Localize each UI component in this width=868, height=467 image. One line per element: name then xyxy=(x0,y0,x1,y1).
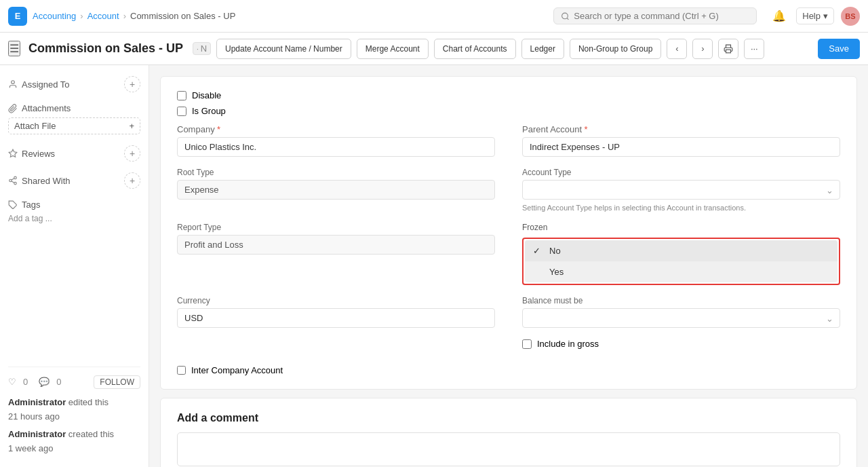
attach-file-button[interactable]: Attach File + xyxy=(8,117,140,134)
topbar: E Accounting › Account › Commission on S… xyxy=(0,0,868,33)
parent-account-field: Parent Account * xyxy=(522,124,840,157)
share-icon xyxy=(8,176,18,185)
frozen-option-no[interactable]: ✓ No xyxy=(525,240,837,261)
status-badge: · N xyxy=(193,42,211,55)
svg-point-6 xyxy=(9,179,12,182)
svg-rect-2 xyxy=(726,50,731,53)
add-tag-link[interactable]: Add a tag ... xyxy=(8,214,140,223)
assigned-to-section: Assigned To + xyxy=(8,76,140,92)
comments-count: 0 xyxy=(56,377,61,387)
company-field: Company * xyxy=(177,124,495,157)
reviews-label: Reviews xyxy=(22,149,55,159)
paperclip-icon xyxy=(8,104,18,113)
account-type-hint: Setting Account Type helps in selecting … xyxy=(522,204,840,212)
svg-marker-4 xyxy=(9,149,17,157)
balance-must-be-field: Balance must be xyxy=(522,296,840,328)
frozen-dropdown: ✓ No Yes xyxy=(525,240,837,282)
reviews-section: Reviews + xyxy=(8,145,140,162)
actionbar: ☰ Commission on Sales - UP · N Update Ac… xyxy=(0,33,868,65)
help-button[interactable]: Help ▾ xyxy=(796,7,834,24)
assigned-to-label: Assigned To xyxy=(22,79,70,90)
attachments-label: Attachments xyxy=(22,103,71,113)
include-in-gross-label: Include in gross xyxy=(537,339,599,349)
tags-label: Tags xyxy=(22,200,40,210)
currency-input[interactable] xyxy=(177,308,495,328)
topbar-icons: 🔔 Help ▾ BS xyxy=(769,6,860,26)
disable-checkbox[interactable] xyxy=(177,91,186,100)
shared-with-section: Shared With + xyxy=(8,172,140,189)
svg-line-9 xyxy=(12,179,14,180)
tags-section: Tags Add a tag ... xyxy=(8,200,140,223)
report-type-input xyxy=(177,235,495,255)
comment-section: Add a comment xyxy=(160,398,857,467)
main-content: Disable Is Group Company * xyxy=(149,65,868,467)
root-type-field: Root Type xyxy=(177,168,495,212)
is-group-row: Is Group xyxy=(177,106,840,116)
add-assigned-button[interactable]: + xyxy=(124,76,140,92)
account-type-select[interactable] xyxy=(522,180,840,200)
account-type-field: Account Type Setting Account Type helps … xyxy=(522,168,840,212)
parent-account-input[interactable] xyxy=(522,137,840,157)
activity-log: Administrator edited this 21 hours ago A… xyxy=(8,396,140,456)
likes-count: 0 xyxy=(23,377,28,387)
form-grid: Company * Parent Account * Root Type xyxy=(177,124,840,375)
attachments-section: Attachments Attach File + xyxy=(8,103,140,134)
more-options-button[interactable]: ··· xyxy=(744,39,764,59)
update-account-name-button[interactable]: Update Account Name / Number xyxy=(216,39,351,59)
shared-with-label: Shared With xyxy=(22,176,71,186)
report-type-field: Report Type xyxy=(177,223,495,285)
chart-of-accounts-button[interactable]: Chart of Accounts xyxy=(434,39,516,59)
balance-must-be-select[interactable] xyxy=(522,308,840,328)
tag-icon xyxy=(8,200,18,210)
include-in-gross-row: Include in gross xyxy=(522,339,840,354)
svg-line-8 xyxy=(12,181,14,183)
is-group-label: Is Group xyxy=(192,106,226,116)
breadcrumb-account[interactable]: Account xyxy=(87,11,119,21)
svg-point-0 xyxy=(562,13,568,19)
svg-point-5 xyxy=(14,176,17,179)
inter-company-checkbox[interactable] xyxy=(177,366,186,375)
svg-line-1 xyxy=(567,18,568,19)
merge-account-button[interactable]: Merge Account xyxy=(357,39,429,59)
form-card: Disable Is Group Company * xyxy=(160,76,857,390)
star-icon xyxy=(8,149,18,158)
is-group-checkbox[interactable] xyxy=(177,107,186,116)
next-button[interactable]: › xyxy=(692,39,713,59)
print-icon xyxy=(724,44,733,54)
breadcrumb-current: Commission on Sales - UP xyxy=(130,11,235,21)
prev-button[interactable]: ‹ xyxy=(667,39,687,59)
inter-company-row: Inter Company Account xyxy=(177,365,840,375)
currency-field: Currency xyxy=(177,296,495,328)
search-icon xyxy=(561,12,570,21)
disable-row: Disable xyxy=(177,90,840,100)
frozen-field: Frozen ✓ No Yes xyxy=(522,223,840,285)
disable-label: Disable xyxy=(192,90,221,100)
app-logo[interactable]: E xyxy=(8,7,27,26)
breadcrumb-accounting[interactable]: Accounting xyxy=(33,11,76,21)
company-input[interactable] xyxy=(177,137,495,157)
svg-point-3 xyxy=(12,81,15,84)
include-in-gross-checkbox[interactable] xyxy=(522,339,532,349)
save-button[interactable]: Save xyxy=(818,39,860,59)
search-bar[interactable] xyxy=(553,7,757,24)
page-title: Commission on Sales - UP xyxy=(28,41,183,56)
follow-button[interactable]: FOLLOW xyxy=(94,375,140,389)
breadcrumb: Accounting › Account › Commission on Sal… xyxy=(33,11,235,21)
notification-bell[interactable]: 🔔 xyxy=(769,6,789,26)
hamburger-menu[interactable]: ☰ xyxy=(8,41,20,56)
print-button[interactable] xyxy=(718,39,738,59)
inter-company-label: Inter Company Account xyxy=(191,365,283,375)
non-group-to-group-button[interactable]: Non-Group to Group xyxy=(570,39,661,59)
sidebar-footer: ♡ 0 💬 0 FOLLOW Administrator edited this… xyxy=(8,367,140,456)
main-layout: Assigned To + Attachments Attach File + … xyxy=(0,65,868,467)
frozen-option-yes[interactable]: Yes xyxy=(525,261,837,282)
user-icon xyxy=(8,79,18,89)
add-shared-button[interactable]: + xyxy=(124,172,140,189)
comment-input[interactable] xyxy=(177,432,840,466)
svg-point-7 xyxy=(14,182,17,185)
frozen-dropdown-wrapper: ✓ No Yes xyxy=(522,238,840,285)
ledger-button[interactable]: Ledger xyxy=(521,39,564,59)
search-input[interactable] xyxy=(574,11,749,21)
add-review-button[interactable]: + xyxy=(124,145,140,162)
user-avatar[interactable]: BS xyxy=(841,7,860,26)
